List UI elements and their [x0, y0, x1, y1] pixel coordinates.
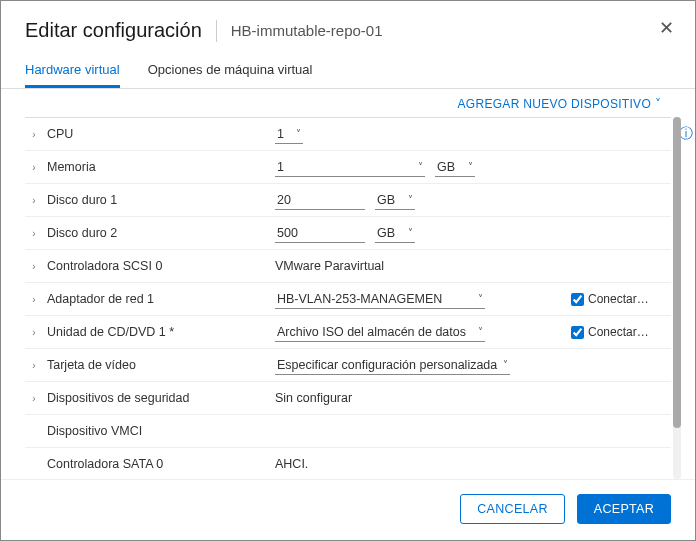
disk2-unit-select[interactable]: GB˅	[375, 224, 415, 243]
row-net1: › Adaptador de red 1 HB-VLAN-253-MANAGEM…	[25, 283, 671, 316]
sata0-value: AHCI.	[275, 457, 308, 471]
row-label: Unidad de CD/DVD 1	[47, 325, 174, 339]
chevron-down-icon: ˅	[296, 128, 301, 139]
row-label: Disco duro 1	[47, 193, 117, 207]
chevron-down-icon: ˅	[418, 161, 423, 172]
memory-value-select[interactable]: 1˅	[275, 158, 425, 177]
close-icon[interactable]: ✕	[657, 19, 675, 37]
row-label: Disco duro 2	[47, 226, 117, 240]
net1-connect-checkbox[interactable]: Conectar…	[571, 292, 649, 306]
row-cpu: › CPU 1˅ ⓘ	[25, 118, 671, 151]
dialog-title: Editar configuración	[25, 19, 202, 42]
chevron-down-icon: ˅	[478, 293, 483, 304]
scroll-thumb[interactable]	[673, 117, 681, 428]
row-cddvd1: › Unidad de CD/DVD 1 Archivo ISO del alm…	[25, 316, 671, 349]
security-value: Sin configurar	[275, 391, 352, 405]
checkbox-label: Conectar…	[588, 325, 649, 339]
video-config-select[interactable]: Especificar configuración personalizada˅	[275, 356, 510, 375]
chevron-right-icon[interactable]: ›	[29, 162, 39, 172]
disk1-size-input[interactable]: 20	[275, 191, 365, 210]
disk1-unit-select[interactable]: GB˅	[375, 191, 415, 210]
row-disk2: › Disco duro 2 500 GB˅	[25, 217, 671, 250]
row-label: Memoria	[47, 160, 96, 174]
hardware-list: › CPU 1˅ ⓘ › Memoria	[25, 117, 671, 479]
scrollbar[interactable]	[673, 117, 681, 479]
chevron-right-icon[interactable]: ›	[29, 228, 39, 238]
add-device-row: AGREGAR NUEVO DISPOSITIVO	[1, 89, 695, 117]
chevron-down-icon: ˅	[408, 194, 413, 205]
row-label: CPU	[47, 127, 73, 141]
checkbox-input[interactable]	[571, 293, 584, 306]
row-label: Tarjeta de vídeo	[47, 358, 136, 372]
dialog-subtitle: HB-immutable-repo-01	[231, 22, 383, 39]
row-vmci: Dispositivo VMCI	[25, 415, 671, 448]
checkbox-input[interactable]	[571, 326, 584, 339]
chevron-right-icon[interactable]: ›	[29, 195, 39, 205]
row-memory: › Memoria 1˅ GB˅	[25, 151, 671, 184]
row-video: › Tarjeta de vídeo Especificar configura…	[25, 349, 671, 382]
chevron-down-icon: ˅	[503, 359, 508, 370]
memory-unit-select[interactable]: GB˅	[435, 158, 475, 177]
chevron-right-icon[interactable]: ›	[29, 261, 39, 271]
edit-settings-dialog: Editar configuración HB-immutable-repo-0…	[0, 0, 696, 541]
chevron-right-icon[interactable]: ›	[29, 294, 39, 304]
cpu-count-select[interactable]: 1˅	[275, 125, 303, 144]
row-label: Dispositivo VMCI	[47, 424, 142, 438]
chevron-right-icon[interactable]: ›	[29, 327, 39, 337]
chevron-down-icon: ˅	[468, 161, 473, 172]
dialog-header: Editar configuración HB-immutable-repo-0…	[1, 1, 695, 54]
chevron-right-icon[interactable]: ›	[29, 393, 39, 403]
chevron-down-icon: ˅	[478, 326, 483, 337]
row-disk1: › Disco duro 1 20 GB˅	[25, 184, 671, 217]
tab-bar: Hardware virtual Opciones de máquina vir…	[1, 54, 695, 89]
chevron-right-icon[interactable]: ›	[29, 360, 39, 370]
row-scsi0: › Controladora SCSI 0 VMware Paravirtual	[25, 250, 671, 283]
cddvd1-connect-checkbox[interactable]: Conectar…	[571, 325, 649, 339]
scsi0-value: VMware Paravirtual	[275, 259, 384, 273]
tab-hardware-virtual[interactable]: Hardware virtual	[25, 54, 120, 88]
dialog-footer: CANCELAR ACEPTAR	[1, 479, 695, 540]
net1-network-select[interactable]: HB-VLAN-253-MANAGEMEN˅	[275, 290, 485, 309]
checkbox-label: Conectar…	[588, 292, 649, 306]
row-security: › Dispositivos de seguridad Sin configur…	[25, 382, 671, 415]
chevron-down-icon: ˅	[408, 227, 413, 238]
row-sata0: Controladora SATA 0 AHCI.	[25, 448, 671, 479]
row-label: Controladora SATA 0	[47, 457, 163, 471]
row-label: Controladora SCSI 0	[47, 259, 162, 273]
header-divider	[216, 20, 217, 42]
row-label: Adaptador de red 1	[47, 292, 154, 306]
add-device-button[interactable]: AGREGAR NUEVO DISPOSITIVO	[458, 97, 661, 111]
accept-button[interactable]: ACEPTAR	[577, 494, 671, 524]
tab-vm-options[interactable]: Opciones de máquina virtual	[148, 54, 313, 88]
cancel-button[interactable]: CANCELAR	[460, 494, 564, 524]
cddvd1-source-select[interactable]: Archivo ISO del almacén de datos˅	[275, 323, 485, 342]
disk2-size-input[interactable]: 500	[275, 224, 365, 243]
chevron-right-icon[interactable]: ›	[29, 129, 39, 139]
row-label: Dispositivos de seguridad	[47, 391, 189, 405]
